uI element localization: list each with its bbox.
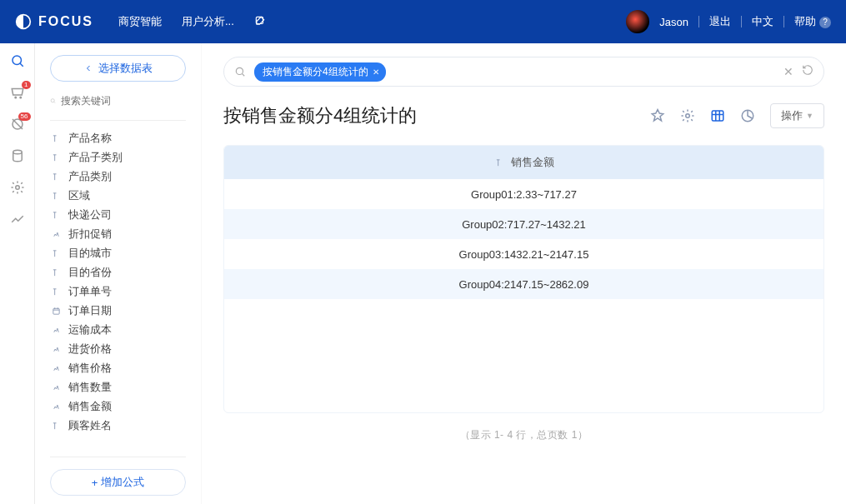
main-content: 按销售金额分4组统计的 ✕ ✕ 按销售金额分4组统计的 [202,43,846,504]
chart-view-icon[interactable] [740,108,755,123]
field-label: 目的省份 [68,266,112,280]
field-item[interactable]: 产品类别 [50,167,186,187]
field-type-icon [50,402,62,413]
field-type-icon [50,133,62,145]
rail-cart-icon[interactable]: 1 [8,83,27,102]
field-item[interactable]: 区域 [50,187,186,206]
table-row[interactable]: Group02:717.27~1432.21 [224,209,823,239]
field-label: 折扣促销 [68,227,112,242]
top-header: FOCUS 商贸智能 用户分析... Jason 退出 中文 帮助? [0,0,846,43]
field-type-icon [50,152,62,164]
field-type-icon [50,172,62,183]
result-table: 销售金额 Group01:2.33~717.27Group02:717.27~1… [223,145,824,413]
field-item[interactable]: 目的城市 [50,244,186,263]
field-type-icon [50,306,62,317]
table-row[interactable]: Group04:2147.15~2862.09 [224,269,823,299]
field-item[interactable]: 销售金额 [50,397,186,417]
field-type-icon [50,363,62,375]
field-item[interactable]: 订单单号 [50,282,186,302]
pagination-info: （显示 1- 4 行，总页数 1） [223,428,824,442]
action-dropdown[interactable]: 操作 ▼ [770,103,824,128]
field-search-input[interactable] [61,95,186,107]
chevron-left-icon [83,63,93,73]
field-type-icon [50,229,62,241]
field-item[interactable]: 产品子类别 [50,148,186,167]
close-icon[interactable]: ✕ [373,67,379,77]
svg-point-5 [20,97,22,98]
field-item[interactable]: 进货价格 [50,340,186,359]
field-item[interactable]: 销售数量 [50,378,186,397]
rail-notifications-icon[interactable]: 56 [8,115,27,133]
clear-query-icon[interactable]: ✕ [783,65,793,78]
table-header-row: 销售金额 [224,146,823,179]
field-item[interactable]: 目的省份 [50,263,186,282]
field-type-icon [50,421,62,432]
rail-badge-2: 56 [18,112,31,121]
nav-item-trade-intel[interactable]: 商贸智能 [118,14,162,29]
logo-text: FOCUS [38,14,93,29]
gear-icon[interactable] [680,108,695,123]
field-label: 运输成本 [68,323,112,337]
top-nav: 商贸智能 用户分析... [118,14,266,29]
svg-point-2 [13,56,22,65]
search-icon [50,96,56,106]
rail-badge-1: 1 [22,81,30,89]
field-item[interactable]: 销售价格 [50,359,186,378]
svg-line-10 [54,102,55,102]
table-view-icon[interactable] [710,108,725,123]
column-header[interactable]: 销售金额 [511,155,554,170]
add-formula-button[interactable]: + 增加公式 [50,469,186,496]
field-type-icon [50,191,62,202]
table-row[interactable]: Group03:1432.21~2147.15 [224,239,823,269]
search-icon [234,66,246,77]
logo-icon [15,13,32,30]
rail-search-icon[interactable] [8,52,27,70]
column-type-icon [494,157,506,168]
left-rail: 1 56 [0,43,35,504]
field-item[interactable]: 运输成本 [50,321,186,340]
field-item[interactable]: 顾客姓名 [50,417,186,436]
field-item[interactable]: 产品名称 [50,129,186,148]
field-type-icon [50,287,62,298]
nav-edit-icon[interactable] [254,15,266,29]
field-type-icon [50,344,62,356]
field-search[interactable] [50,95,186,107]
field-type-icon [50,248,62,260]
svg-line-16 [242,73,244,76]
field-item[interactable]: 快递公司 [50,206,186,225]
query-pill[interactable]: 按销售金额分4组统计的 ✕ [254,62,386,82]
choose-data-table-button[interactable]: 选择数据表 [50,55,186,82]
refresh-icon[interactable] [802,64,813,79]
field-item[interactable]: 折扣促销 [50,225,186,244]
question-icon: ? [819,17,831,28]
svg-point-9 [51,99,54,102]
logout-link[interactable]: 退出 [709,14,731,29]
svg-line-3 [20,63,23,67]
rail-settings-icon[interactable] [8,178,27,197]
user-name[interactable]: Jason [659,16,688,28]
svg-rect-11 [53,308,58,314]
query-bar[interactable]: 按销售金额分4组统计的 ✕ ✕ [223,57,824,87]
svg-point-4 [15,97,17,98]
header-right: Jason 退出 中文 帮助? [626,10,831,33]
avatar[interactable] [626,10,649,33]
rail-trend-icon[interactable] [8,210,27,228]
nav-item-user-analytics[interactable]: 用户分析... [182,14,234,29]
field-label: 销售数量 [68,381,112,395]
svg-point-7 [13,150,22,154]
field-type-icon [50,325,62,337]
field-label: 订单日期 [68,304,112,318]
field-type-icon [50,210,62,222]
rail-database-icon[interactable] [8,147,27,165]
field-label: 订单单号 [68,285,112,299]
field-label: 销售金额 [68,400,112,414]
table-row[interactable]: Group01:2.33~717.27 [224,179,823,209]
field-item[interactable]: 订单日期 [50,302,186,321]
language-switch[interactable]: 中文 [752,14,773,29]
field-label: 顾客姓名 [68,419,112,433]
field-label: 进货价格 [68,342,112,357]
sidebar: 选择数据表 产品名称产品子类别产品类别区域快递公司折扣促销目的城市目的省份订单单… [35,43,202,504]
logo[interactable]: FOCUS [15,13,93,30]
pin-icon[interactable] [650,108,665,123]
help-link[interactable]: 帮助? [794,14,831,29]
